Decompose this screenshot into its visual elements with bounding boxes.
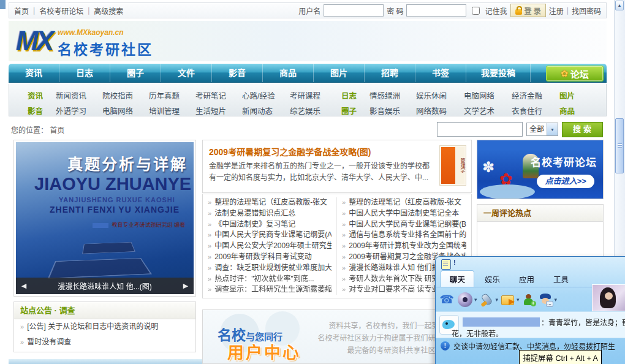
slider-prev-icon[interactable]: ◀ xyxy=(16,282,32,290)
news-list-box: »整理的法理笔记（红皮高教版-张文 »法制史易混错知识点汇总 »《中国法制史》复… xyxy=(202,194,472,298)
subnav-link[interactable]: 经济金融 xyxy=(512,89,559,101)
subnav-link[interactable]: 娱乐休闲 xyxy=(416,89,464,101)
announcement-link[interactable]: [公告] 关于从论坛和日志中选资讯的说明 xyxy=(27,322,158,331)
subnav-link[interactable]: 考研笔记 xyxy=(195,89,242,101)
video-call-icon[interactable] xyxy=(458,292,472,307)
subnav-link[interactable]: 外语学习 xyxy=(56,105,102,116)
forum-banner-enter-button[interactable]: 点击进入>> xyxy=(537,175,594,188)
site-logo[interactable]: MX www.MXkaoyan.cn 名校考研社区 xyxy=(16,25,153,59)
breadcrumb-home-link[interactable]: 首页 xyxy=(50,126,64,135)
voice-call-icon[interactable]: ☎ xyxy=(439,292,454,307)
news-link[interactable]: 热点时评："初次就业率"到底... xyxy=(214,275,314,283)
subnav-cat-groups[interactable]: 圈子 xyxy=(341,105,369,116)
featured-article-title[interactable]: 2009考研暑期复习之金融学备战全攻略(图) xyxy=(209,145,465,157)
news-link[interactable]: 考研人数去年首次下跌 研究 xyxy=(349,275,439,283)
news-link[interactable]: 中国人民公安大学2009年硕士研究生 xyxy=(214,241,331,250)
subnav-cat-pics[interactable]: 图片 xyxy=(559,89,588,101)
nav-item-blog[interactable]: 日志 xyxy=(59,64,110,82)
file-transfer-icon[interactable]: ▶ xyxy=(500,292,515,307)
subnav-link[interactable]: 培训管理 xyxy=(149,105,195,116)
topbar-link-advanced-search[interactable]: 高级搜索 xyxy=(94,6,123,16)
file-dropdown-caret[interactable]: ▾ xyxy=(517,297,520,303)
tab-chat[interactable]: 聊天 xyxy=(441,270,474,287)
register-link[interactable]: 注册 xyxy=(549,6,564,16)
subnav-link[interactable]: 生活短片 xyxy=(195,105,242,116)
topbar-link-home[interactable]: 首页 xyxy=(14,6,29,16)
tab-tools[interactable]: 工具 xyxy=(545,271,577,287)
nav-item-submit[interactable]: 我要投稿 xyxy=(466,64,531,82)
subnav-link[interactable]: 电脑网络 xyxy=(464,89,512,101)
nav-item-news[interactable]: 资讯 xyxy=(9,64,59,82)
slider-next-icon[interactable]: ▶ xyxy=(178,282,194,290)
forum-button[interactable]: ✿ 论坛 xyxy=(546,66,604,82)
subnav-link[interactable]: 网络数码 xyxy=(416,105,464,116)
search-input[interactable] xyxy=(437,122,523,137)
nav-item-groups[interactable]: 圈子 xyxy=(110,64,161,82)
tab-apps[interactable]: 应用 xyxy=(510,271,543,287)
nav-item-bookmarks[interactable]: 书签 xyxy=(415,64,466,82)
forgot-password-link[interactable]: 找回密码 xyxy=(572,6,601,16)
subnav-cat-media[interactable]: 影音 xyxy=(28,105,56,116)
topbar-link-forum[interactable]: 名校考研论坛 xyxy=(39,6,83,16)
news-link[interactable]: 《中国法制史》复习笔记 xyxy=(214,220,295,229)
forum-ad-banner[interactable]: ✽ ✿ 名校考研论坛 点击进入>> xyxy=(477,140,604,199)
news-link[interactable]: 整理的法理笔记（红皮高教版-张文 xyxy=(349,198,461,207)
news-link[interactable]: 2009年考研数学科目考试变动 xyxy=(214,252,312,261)
news-link[interactable]: 整理的法理笔记（红皮高教版-张文 xyxy=(214,198,327,207)
user-center-banner[interactable]: 名校与您同行 用户中心 资料共享，名校有约，我们一起努力！ 名校考研社区致力于构… xyxy=(202,309,472,364)
subnav-link[interactable]: 电脑网络 xyxy=(102,105,149,116)
qq-show-icon[interactable]: … xyxy=(538,292,553,307)
scrollbar-thumb[interactable] xyxy=(615,118,624,173)
video-dropdown-caret[interactable]: ▾ xyxy=(474,297,477,303)
subnav-link[interactable]: 院校指南 xyxy=(102,89,149,101)
subnav-cat-blog[interactable]: 日志 xyxy=(341,89,369,101)
slide-image-book-cover[interactable]: 真题分析与详解 JIAOYU ZHUANYE YANJIUSHENG RUXUE… xyxy=(16,142,194,294)
news-link[interactable]: 2009年考研计算机专业改为全国统考 xyxy=(349,241,466,250)
subnav-link[interactable]: 衣食住行 xyxy=(512,105,559,116)
subnav-link[interactable]: 影音娱乐 xyxy=(369,105,416,116)
subnav-link[interactable]: 情感绿洲 xyxy=(369,89,416,101)
subnav-link[interactable]: 考研课程 xyxy=(290,89,341,101)
subnav-cat-goods[interactable]: 商品 xyxy=(559,105,588,116)
subnav-link[interactable]: 综艺娱乐 xyxy=(290,105,341,116)
news-link[interactable]: 对专业对口要求不高 读专业 xyxy=(349,285,439,294)
mic-dropdown-caret[interactable]: ▾ xyxy=(496,297,499,303)
slider-caption-link[interactable]: 漫漫长路滋味谁人知 他...(图) xyxy=(32,281,178,291)
microphone-icon[interactable] xyxy=(479,292,494,307)
announcement-link[interactable]: 暂时没有调查 xyxy=(27,338,71,346)
nav-item-jobs[interactable]: 招聘 xyxy=(365,64,415,82)
add-contact-icon[interactable]: + xyxy=(521,292,536,307)
news-link[interactable]: 漫漫长路滋味谁人知 他们把 xyxy=(349,264,439,272)
username-input[interactable] xyxy=(324,4,384,17)
featured-book-thumbnail[interactable]: 管理学 xyxy=(439,145,466,186)
search-category-select[interactable]: 全部 ▼ xyxy=(526,123,558,136)
nav-item-media[interactable]: 影音 xyxy=(212,64,263,82)
news-link[interactable]: 法制史易混错知识点汇总 xyxy=(214,209,295,218)
news-link[interactable]: 中国人民大学中国法制史笔记全本 xyxy=(349,209,459,218)
news-link[interactable]: 通信与信息系统专业排名全国前十的 xyxy=(349,230,466,239)
news-link[interactable]: 调查显示：工科研究生生源渐露萎缩 xyxy=(214,285,331,294)
search-button[interactable]: 搜索 xyxy=(562,122,603,137)
subnav-link[interactable]: 新闻动态 xyxy=(242,105,290,116)
show-dropdown-caret[interactable]: ▾ xyxy=(555,297,558,303)
news-link[interactable]: 中国人民大学民商专业课笔记纲要(A) xyxy=(214,230,331,239)
subnav-cat-news[interactable]: 资讯 xyxy=(28,89,56,101)
tab-entertainment[interactable]: 娱乐 xyxy=(476,271,509,287)
password-input[interactable] xyxy=(406,4,466,17)
chevron-down-icon[interactable]: ▼ xyxy=(547,123,558,135)
nav-item-pics[interactable]: 图片 xyxy=(314,64,365,82)
subnav-link[interactable]: 历年真题 xyxy=(149,89,195,101)
remember-me-checkbox[interactable] xyxy=(472,7,480,15)
nav-item-files[interactable]: 文件 xyxy=(161,64,212,82)
qq-window-titlebar[interactable]: ! xyxy=(436,257,625,271)
subnav-link[interactable]: 新闻资讯 xyxy=(56,89,102,101)
breadcrumb-label: 您的位置： xyxy=(11,126,48,135)
news-link[interactable]: 调查：缺乏职业规划使就业难度加大 xyxy=(214,264,331,272)
contact-photo[interactable] xyxy=(592,284,625,311)
subnav-link[interactable]: 心路/经验 xyxy=(242,89,290,101)
subnav-link[interactable]: 文学艺术 xyxy=(464,105,512,116)
login-button[interactable]: 登 录 xyxy=(510,4,546,17)
news-link[interactable]: 中国人民大学民商专业课笔记纲要(B) xyxy=(349,220,466,229)
scrollbar-up-arrow[interactable]: ▲ xyxy=(615,1,624,10)
nav-item-goods[interactable]: 商品 xyxy=(263,64,314,82)
